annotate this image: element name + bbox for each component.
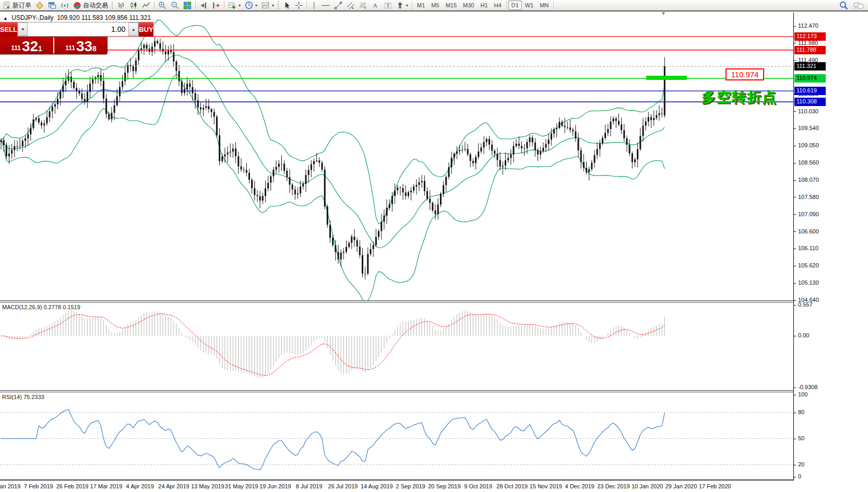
chart-window[interactable]: ▲ USDJPY-,Daily 109.920 111.583 109.856 … <box>0 13 868 492</box>
text-button[interactable]: A <box>370 0 382 10</box>
autotrading-icon <box>73 2 81 9</box>
tick-mark <box>794 163 796 163</box>
sell-price[interactable]: 111 32 1 <box>0 37 53 54</box>
pane-separator-rsi[interactable] <box>0 390 868 392</box>
tick-mark <box>794 43 796 43</box>
chinese-annotation-text[interactable]: 多空转折点 <box>701 88 777 107</box>
volume-increase-button[interactable]: ▲ <box>128 22 138 36</box>
text-label-button[interactable]: T <box>382 0 394 10</box>
new-order-button[interactable]: 新订单 <box>1 0 33 10</box>
horizontal-line-icon <box>322 2 330 9</box>
price-tick-108.560: 108.560 <box>798 159 819 166</box>
periods-button[interactable]: ▾ <box>243 0 259 10</box>
tick-mark <box>794 231 796 232</box>
price-label-box[interactable]: 110.974 <box>726 68 764 80</box>
date-label: 8 Jul 2019 <box>296 483 323 489</box>
timeframe-H1-button[interactable]: H1 <box>477 1 491 10</box>
volume-spinner: ▼ ▲ <box>17 22 139 37</box>
signal-button[interactable] <box>58 0 71 10</box>
fibonacci-button[interactable]: F <box>357 0 370 10</box>
cursor-button[interactable] <box>281 0 293 10</box>
bar-chart-button[interactable] <box>115 0 127 10</box>
line-chart-icon <box>142 2 150 9</box>
search-icon[interactable] <box>839 1 848 10</box>
price-badge-110.619: 110.619 <box>794 87 826 95</box>
date-label: 7 Feb 2019 <box>24 483 53 489</box>
price-tick-106.600: 106.600 <box>798 228 819 235</box>
metaeditor-button[interactable] <box>33 0 46 10</box>
indicators-caret-icon: ▾ <box>239 3 241 8</box>
horizontal-line-button[interactable] <box>319 0 332 10</box>
toolbar-grip[interactable] <box>278 2 279 9</box>
arrows-button[interactable]: ▾ <box>394 0 410 10</box>
date-label: 9 Oct 2019 <box>464 483 492 489</box>
line-chart-button[interactable] <box>140 0 152 10</box>
timeframe-M5-button[interactable]: M5 <box>428 1 442 10</box>
templates-icon <box>261 2 270 9</box>
zoom-in-button[interactable] <box>156 0 169 10</box>
chart-shift-marker-icon[interactable]: ▼ <box>661 10 666 16</box>
buy-price[interactable]: 111 33 8 <box>54 37 108 54</box>
vertical-line-button[interactable] <box>308 0 319 10</box>
price-badge-110.974: 110.974 <box>794 74 826 83</box>
rsi-tick-100: 100 <box>798 391 807 397</box>
timeframe-M15-button[interactable]: M15 <box>443 1 460 10</box>
chart-shift-button[interactable] <box>210 0 222 10</box>
chart-title: ▲ USDJPY-,Daily 109.920 111.583 109.856 … <box>3 14 151 21</box>
gold-diamond-icon <box>35 2 44 9</box>
tick-mark <box>794 477 796 477</box>
chart-plot-canvas[interactable] <box>0 13 793 481</box>
chat-icon[interactable] <box>853 2 864 10</box>
date-label: 19 Jun 2019 <box>259 483 291 489</box>
equidistant-channel-button[interactable]: E <box>344 0 357 10</box>
crosshair-button[interactable] <box>293 0 305 10</box>
price-badge-111.788: 111.788 <box>794 46 826 54</box>
date-label: 28 Oct 2019 <box>496 483 528 489</box>
tick-mark <box>794 388 796 388</box>
trendline-button[interactable] <box>332 0 344 10</box>
collapse-triangle-icon[interactable]: ▲ <box>3 16 8 21</box>
indicators-button[interactable]: ▾ <box>226 0 243 10</box>
date-label: 4 Apr 2019 <box>126 483 154 489</box>
volume-input[interactable] <box>28 22 128 36</box>
price-axis[interactable]: 112.470111.980111.490110.520110.030109.5… <box>793 13 868 481</box>
arrows-caret-icon: ▾ <box>406 3 408 8</box>
thick-green-level-segment[interactable] <box>646 76 687 80</box>
tick-mark <box>794 111 796 112</box>
toolbar-grip[interactable] <box>112 2 113 9</box>
zoom-out-button[interactable] <box>169 0 181 10</box>
buy-button[interactable]: BUY <box>139 22 153 37</box>
date-label: 24 Apr 2019 <box>158 483 189 489</box>
tick-mark <box>794 305 796 306</box>
candlestick-chart-button[interactable] <box>127 0 140 10</box>
date-label: 17 Mar 2019 <box>90 483 123 489</box>
time-axis[interactable]: 20 Jan 20197 Feb 201926 Feb 201917 Mar 2… <box>0 481 868 492</box>
terminal-window-button[interactable] <box>46 0 58 10</box>
autotrading-button[interactable]: 自动交易 <box>71 0 110 10</box>
timeframe-M1-button[interactable]: M1 <box>414 1 428 10</box>
timeframe-D1-button[interactable]: D1 <box>508 1 522 10</box>
vertical-line-icon <box>311 2 317 9</box>
templates-button[interactable]: ▾ <box>259 0 276 10</box>
timeframe-M30-button[interactable]: M30 <box>460 1 477 10</box>
price-tick-109.050: 109.050 <box>798 142 819 148</box>
tick-mark <box>794 26 796 27</box>
rsi-label: RSI(14) 75.2333 <box>2 394 44 400</box>
cursor-icon <box>283 2 291 9</box>
trendline-icon <box>334 2 342 9</box>
timeframe-W1-button[interactable]: W1 <box>522 1 537 10</box>
tile-windows-button[interactable] <box>181 0 194 10</box>
date-label: 17 Feb 2020 <box>699 483 731 489</box>
date-label: 14 Aug 2019 <box>361 483 393 489</box>
pane-separator-macd[interactable] <box>0 300 868 302</box>
auto-scroll-icon <box>199 2 208 9</box>
date-label: 31 May 2019 <box>225 483 258 489</box>
rsi-tick-20: 20 <box>798 461 804 467</box>
volume-decrease-button[interactable]: ▼ <box>18 22 28 36</box>
sell-button[interactable]: SELL <box>0 22 17 37</box>
svg-text:E: E <box>352 6 354 9</box>
auto-scroll-button[interactable] <box>197 0 210 10</box>
timeframe-H4-button[interactable]: H4 <box>491 1 505 10</box>
timeframe-MN-button[interactable]: MN <box>537 1 552 10</box>
date-label: 20 Sep 2019 <box>428 483 460 489</box>
